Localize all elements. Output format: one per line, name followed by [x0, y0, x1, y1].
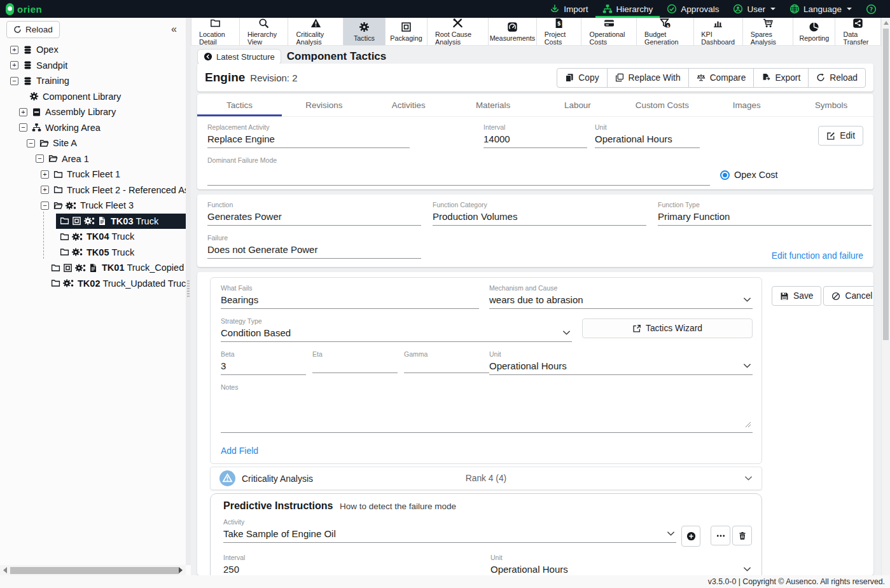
toolbar-tactics[interactable]: Tactics — [344, 18, 386, 45]
tree-reload-button[interactable]: Reload — [6, 21, 60, 38]
collapse-icon[interactable] — [41, 202, 49, 210]
field-value[interactable]: Replace Engine — [207, 133, 410, 148]
field-value[interactable]: Generates Power — [207, 211, 421, 226]
tactics-wizard-button[interactable]: Tactics Wizard — [582, 318, 753, 338]
toolbar-root-cause-analysis[interactable]: Root Cause Analysis — [428, 18, 489, 45]
field-value[interactable]: Operational Hours — [595, 133, 700, 148]
tree-item-truck-fleet-2[interactable]: Truck Fleet 2 - Referenced Asset — [0, 182, 186, 198]
activity-select[interactable]: Activity Take Sample of Engine Oil — [223, 518, 676, 543]
eta-field[interactable]: Eta — [312, 350, 398, 373]
tab-materials[interactable]: Materials — [451, 94, 536, 116]
main-vertical-scrollbar[interactable] — [881, 18, 890, 575]
collapse-icon[interactable] — [36, 154, 44, 163]
reload-button[interactable]: Reload — [808, 68, 866, 88]
tab-custom-costs[interactable]: Custom Costs — [620, 94, 704, 116]
tree-item-area-1[interactable]: Area 1 — [0, 151, 186, 167]
expand-icon[interactable] — [19, 108, 27, 116]
tab-labour[interactable]: Labour — [536, 94, 620, 116]
mechanism-cause-select[interactable]: Mechanism and Cause wears due to abrasio… — [489, 284, 753, 309]
export-button[interactable]: Export — [753, 68, 809, 88]
tree-item-component-library[interactable]: Component Library — [0, 89, 186, 105]
save-button[interactable]: Save — [772, 286, 821, 306]
tree-item-tk04[interactable]: TK04Truck — [0, 229, 186, 245]
horizontal-scroll-thumb[interactable] — [10, 567, 179, 574]
chevron-down-icon[interactable] — [667, 531, 675, 537]
edit-function-failure-link[interactable]: Edit function and failure — [772, 251, 863, 261]
scroll-left-arrow[interactable] — [3, 567, 7, 573]
sidebar-horizontal-scrollbar[interactable] — [0, 565, 186, 575]
tree-item-tk02[interactable]: TK02Truck_Updated Truck — [0, 276, 186, 292]
opex-cost-radio[interactable] — [720, 170, 730, 180]
collapse-icon[interactable] — [27, 139, 35, 147]
expand-icon[interactable] — [10, 46, 18, 54]
function-category-field[interactable]: Function Category Production Volumes — [433, 201, 646, 226]
copy-button[interactable]: Copy — [557, 68, 607, 88]
dominant-failure-mode-field[interactable]: Dominant Failure Mode — [207, 156, 710, 186]
interval-field[interactable]: Interval 14000 — [483, 123, 587, 148]
chevron-down-icon[interactable] — [743, 363, 751, 369]
tree-item-tk03-selected[interactable]: TK03Truck — [0, 214, 186, 229]
what-fails-field[interactable]: What Fails Bearings — [221, 284, 479, 309]
tree-item-training[interactable]: Training — [0, 73, 186, 89]
notes-field[interactable]: Notes — [221, 383, 753, 433]
function-field[interactable]: Function Generates Power — [207, 201, 421, 226]
toolbar-reporting[interactable]: Reporting — [793, 18, 835, 45]
toolbar-location-detail[interactable]: Location Detail — [191, 18, 240, 45]
collapse-icon[interactable] — [10, 77, 18, 85]
field-value[interactable]: Production Volumes — [433, 211, 646, 226]
vertical-scroll-thumb[interactable] — [883, 29, 889, 340]
tab-images[interactable]: Images — [704, 94, 789, 116]
field-value[interactable] — [207, 167, 710, 186]
tree-item-assembly-library[interactable]: Assembly Library — [0, 104, 186, 120]
sidebar-splitter[interactable] — [186, 18, 191, 565]
field-value[interactable]: 250 — [223, 564, 482, 575]
sidebar-collapse-button[interactable]: « — [171, 24, 176, 35]
tab-activities[interactable]: Activities — [366, 94, 451, 116]
toolbar-operational-costs[interactable]: Operational Costs — [581, 18, 637, 45]
cancel-button[interactable]: Cancel — [823, 286, 873, 306]
predictive-interval-field[interactable]: Interval 250 — [223, 554, 482, 575]
function-type-field[interactable]: Function Type Primary Function — [658, 201, 872, 226]
expand-icon[interactable] — [10, 61, 18, 69]
replacement-activity-field[interactable]: Replacement Activity Replace Engine — [207, 123, 410, 148]
expand-icon[interactable] — [41, 186, 49, 194]
nav-language-menu[interactable]: Language — [782, 0, 859, 18]
compare-button[interactable]: Compare — [688, 68, 754, 88]
scroll-up-arrow[interactable] — [884, 21, 889, 25]
nav-help[interactable] — [859, 0, 884, 18]
field-value[interactable]: Primary Function — [658, 211, 872, 226]
field-value[interactable]: Bearings — [221, 294, 479, 309]
expand-icon[interactable] — [41, 170, 49, 179]
tab-revisions[interactable]: Revisions — [282, 94, 366, 116]
tree-item-site-a[interactable]: Site A — [0, 135, 186, 151]
tree-item-working-area[interactable]: Working Area — [0, 120, 186, 136]
tab-symbols[interactable]: Symbols — [789, 94, 873, 116]
unit-select[interactable]: Unit Operational Hours — [489, 350, 753, 375]
latest-structure-back-button[interactable]: Latest Structure — [197, 49, 281, 65]
resize-grip-icon[interactable] — [745, 421, 751, 428]
chevron-down-icon[interactable] — [562, 330, 571, 336]
nav-hierarchy[interactable]: Hierarchy — [595, 0, 660, 18]
toolbar-measurements[interactable]: Measurements — [489, 18, 537, 45]
chevron-down-icon[interactable] — [744, 475, 753, 481]
strategy-type-select[interactable]: Strategy Type Condition Based — [221, 317, 572, 342]
edit-button[interactable]: Edit — [818, 126, 863, 146]
tree-item-truck-fleet-3[interactable]: Truck Fleet 3 — [0, 198, 186, 214]
toolbar-criticality-analysis[interactable]: Criticality Analysis — [288, 18, 344, 45]
notes-textarea[interactable] — [221, 393, 753, 433]
toolbar-kpi-dashboard[interactable]: KPI Dashboard — [694, 18, 743, 45]
collapse-icon[interactable] — [19, 123, 27, 132]
chevron-down-icon[interactable] — [743, 297, 751, 303]
more-options-button[interactable] — [711, 526, 730, 545]
unit-field[interactable]: Unit Operational Hours — [595, 123, 700, 148]
field-value[interactable]: 3 — [221, 360, 306, 375]
gamma-field[interactable]: Gamma — [404, 350, 489, 373]
replace-with-button[interactable]: Replace With — [607, 68, 689, 88]
tab-tactics[interactable]: Tactics — [197, 94, 282, 116]
tree-item-sandpit[interactable]: Sandpit — [0, 58, 186, 74]
field-value[interactable]: 14000 — [483, 133, 587, 148]
nav-approvals[interactable]: Approvals — [660, 0, 726, 18]
field-value[interactable] — [404, 360, 489, 373]
tree-item-opex[interactable]: Opex — [0, 42, 186, 58]
nav-user-menu[interactable]: User — [726, 0, 782, 18]
